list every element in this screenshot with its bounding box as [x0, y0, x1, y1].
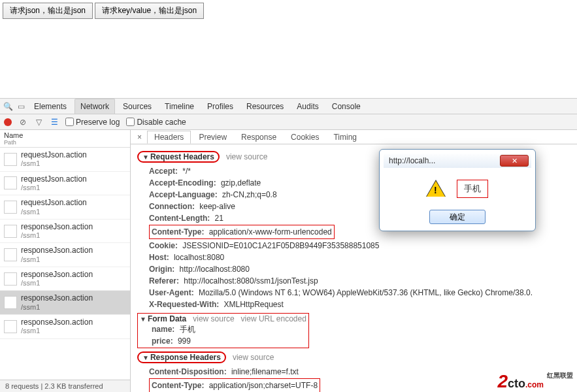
tab-console[interactable]: Console — [327, 99, 366, 114]
col-path: Path — [4, 139, 126, 146]
request-name: responseJson.action — [21, 318, 93, 327]
alert-close-button[interactable]: ✕ — [500, 155, 529, 167]
disable-cache-text: Disable cache — [137, 118, 186, 127]
request-path: /ssm1 — [21, 184, 87, 192]
request-path: /ssm1 — [21, 327, 93, 335]
request-row[interactable]: requestJson.action/ssm1 — [0, 148, 130, 172]
view-icon[interactable]: ☰ — [50, 118, 59, 127]
device-icon[interactable]: ▭ — [16, 102, 26, 111]
record-icon[interactable] — [4, 118, 12, 126]
watermark: 2cto.com 红黑联盟 — [497, 371, 573, 392]
file-icon — [4, 225, 17, 238]
disable-cache-label[interactable]: Disable cache — [126, 118, 186, 127]
request-path: /ssm1 — [21, 159, 87, 168]
request-kv-button[interactable]: 请求key/value，输出是json — [95, 3, 204, 19]
req-content-type-highlight: Content-Type: application/x-www-form-url… — [149, 225, 335, 239]
tab-timeline[interactable]: Timeline — [159, 99, 199, 114]
request-list[interactable]: requestJson.action/ssm1requestJson.actio… — [0, 148, 130, 380]
filter-icon[interactable]: ▽ — [34, 118, 43, 127]
dtab-response[interactable]: Response — [235, 131, 283, 143]
devtools-panel: 🔍 ▭ Elements Network Sources Timeline Pr… — [0, 98, 577, 392]
devtools-tabbar: 🔍 ▭ Elements Network Sources Timeline Pr… — [0, 99, 577, 114]
alert-dialog: http://localh... ✕ 手机 确定 — [379, 149, 536, 231]
clear-icon[interactable]: ⊘ — [18, 118, 27, 127]
request-headers-title[interactable]: ▼Request Headers — [137, 151, 220, 163]
file-icon — [4, 248, 17, 261]
detail-tabs: × Headers Preview Response Cookies Timin… — [131, 130, 577, 144]
request-row[interactable]: requestJson.action/ssm1 — [0, 172, 130, 196]
request-name: responseJson.action — [21, 293, 93, 302]
response-headers-title[interactable]: ▼Response Headers — [137, 351, 226, 363]
sidebar-header: Name Path — [0, 130, 130, 148]
alert-message: 手机 — [457, 180, 488, 198]
alert-ok-button[interactable]: 确定 — [429, 210, 486, 224]
request-path: /ssm1 — [21, 231, 93, 240]
alert-title: http://localh... — [386, 156, 500, 165]
request-row[interactable]: responseJson.action/ssm1 — [0, 243, 130, 267]
caret-down-icon: ▼ — [142, 154, 149, 161]
dtab-cookies[interactable]: Cookies — [284, 131, 325, 143]
request-name: responseJson.action — [21, 246, 93, 255]
preserve-log-text: Preserve log — [76, 118, 120, 127]
dtab-headers[interactable]: Headers — [147, 131, 191, 144]
tab-profiles[interactable]: Profiles — [202, 99, 239, 114]
request-name: responseJson.action — [21, 270, 93, 279]
tab-audits[interactable]: Audits — [291, 99, 323, 114]
status-bar: 8 requests | 2.3 KB transferred — [0, 380, 130, 392]
request-name: requestJson.action — [21, 174, 87, 184]
warning-icon — [427, 181, 445, 197]
file-icon — [4, 272, 17, 286]
request-name: responseJson.action — [21, 222, 93, 231]
request-list-sidebar: Name Path requestJson.action/ssm1request… — [0, 130, 131, 392]
file-icon — [4, 201, 17, 214]
tab-elements[interactable]: Elements — [29, 99, 72, 114]
file-icon — [4, 153, 17, 166]
request-row[interactable]: requestJson.action/ssm1 — [0, 195, 130, 220]
view-url-encoded-link[interactable]: view URL encoded — [241, 314, 306, 323]
network-toolbar: ⊘ ▽ ☰ Preserve log Disable cache — [0, 114, 577, 130]
view-source-link[interactable]: view source — [193, 314, 234, 323]
resp-content-type-highlight: Content-Type: application/json;charset=U… — [149, 378, 320, 392]
disable-cache-checkbox[interactable] — [126, 118, 135, 126]
request-path: /ssm1 — [21, 255, 93, 264]
preserve-log-label[interactable]: Preserve log — [65, 118, 120, 127]
request-row[interactable]: responseJson.action/ssm1 — [0, 291, 130, 315]
request-name: requestJson.action — [21, 150, 87, 159]
form-data-block: name: 手机 price: 999 — [152, 323, 306, 347]
request-path: /ssm1 — [21, 303, 93, 312]
view-source-link[interactable]: view source — [226, 152, 267, 161]
caret-down-icon: ▼ — [142, 354, 149, 361]
file-icon — [4, 320, 17, 333]
request-name: requestJson.action — [21, 198, 87, 207]
request-row[interactable]: responseJson.action/ssm1 — [0, 267, 130, 291]
request-row[interactable]: responseJson.action/ssm1 — [0, 220, 130, 244]
request-json-button[interactable]: 请求json，输出是json — [3, 3, 93, 19]
file-icon — [4, 176, 17, 189]
col-name: Name — [4, 131, 23, 139]
form-data-title[interactable]: ▼Form Data — [140, 314, 186, 323]
request-row[interactable]: responseJson.action/ssm1 — [0, 315, 130, 339]
request-path: /ssm1 — [21, 279, 93, 287]
tab-network[interactable]: Network — [74, 99, 115, 114]
request-path: /ssm1 — [21, 208, 87, 216]
dtab-timing[interactable]: Timing — [327, 131, 363, 143]
tab-sources[interactable]: Sources — [118, 99, 157, 114]
dtab-preview[interactable]: Preview — [192, 131, 233, 143]
caret-down-icon: ▼ — [140, 316, 146, 323]
close-icon[interactable]: × — [133, 133, 146, 142]
file-icon — [4, 296, 17, 309]
preserve-log-checkbox[interactable] — [65, 118, 74, 126]
tab-resources[interactable]: Resources — [241, 99, 289, 114]
search-icon[interactable]: 🔍 — [3, 102, 13, 111]
view-source-link[interactable]: view source — [233, 353, 274, 362]
